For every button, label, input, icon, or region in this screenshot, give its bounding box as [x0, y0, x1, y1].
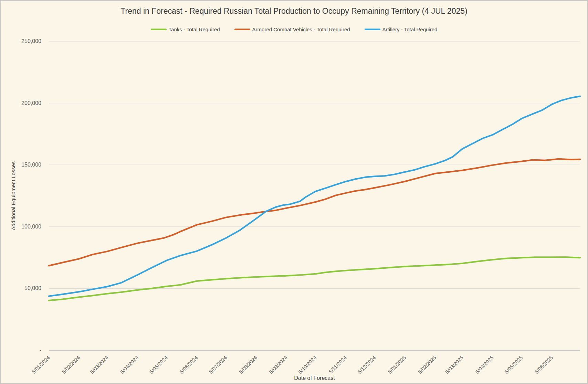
x-tick-label: 5/08/2024: [238, 354, 258, 375]
x-axis-title: Date of Forecast: [49, 375, 580, 381]
x-tick-label: 5/07/2024: [208, 354, 228, 375]
x-tick-label: 5/02/2025: [417, 354, 437, 375]
y-tick-label: 200,000: [21, 100, 41, 106]
x-tick-label: 5/06/2025: [534, 354, 554, 375]
x-tick-label: 5/05/2024: [148, 354, 169, 375]
y-tick-label: 100,000: [21, 224, 41, 230]
series-line-armored: [49, 159, 580, 266]
x-tick-label: 5/10/2024: [297, 354, 317, 375]
y-tick-label: -: [40, 347, 41, 353]
x-tick-label: 5/02/2024: [61, 354, 81, 375]
x-tick-label: 5/11/2024: [328, 354, 348, 374]
x-tick-label: 5/01/2024: [31, 354, 51, 375]
x-tick-label: 5/06/2024: [178, 354, 199, 375]
x-tick-label: 5/04/2024: [119, 354, 139, 375]
x-tick-label: 5/03/2025: [444, 354, 464, 375]
y-axis-title: Additional Equipment Losses: [10, 161, 17, 230]
y-tick-label: 250,000: [21, 38, 41, 44]
chart-plot-area: -50,000100,000150,000200,000250,0005/01/…: [1, 1, 588, 384]
y-tick-label: 50,000: [24, 285, 41, 291]
line-chart: Trend in Forecast - Required Russian Tot…: [0, 0, 588, 384]
x-tick-label: 5/01/2025: [387, 354, 407, 375]
series-line-artillery: [49, 96, 580, 296]
x-tick-label: 5/12/2024: [357, 354, 377, 375]
x-tick-label: 5/05/2025: [503, 354, 524, 375]
x-tick-label: 5/09/2024: [268, 354, 288, 375]
x-tick-label: 5/03/2024: [89, 354, 109, 375]
x-tick-label: 5/04/2025: [474, 354, 495, 375]
y-tick-label: 150,000: [21, 162, 41, 168]
